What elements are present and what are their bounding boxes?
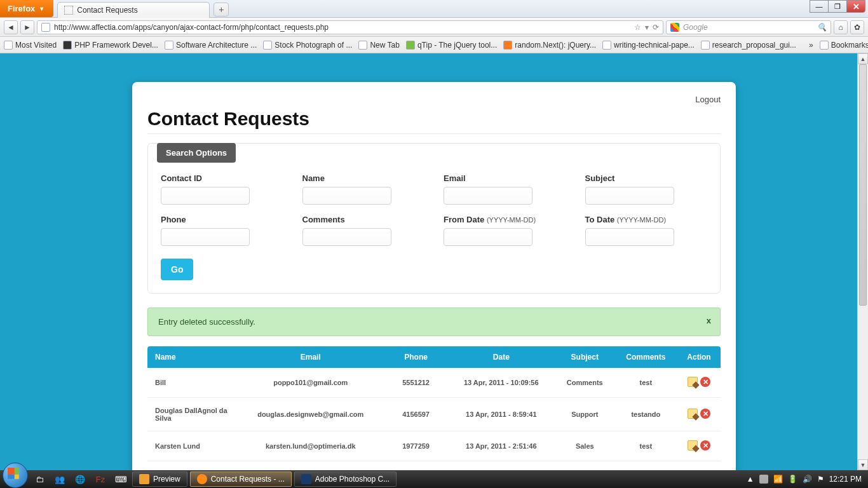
back-button[interactable]: ◄: [4, 20, 18, 34]
tray-overflow-icon[interactable]: ▲: [747, 475, 754, 484]
cell-email: poppo101@gmail.com: [236, 368, 384, 398]
bookmark-item[interactable]: PHP Framework Devel...: [63, 41, 158, 50]
col-name[interactable]: Name: [147, 346, 236, 368]
battery-icon[interactable]: 🔋: [788, 475, 797, 484]
alert-close-button[interactable]: x: [707, 316, 711, 325]
input-contact-id[interactable]: [161, 187, 250, 205]
clock[interactable]: 12:21 PM: [829, 475, 862, 484]
bookmark-icon: [701, 41, 710, 50]
cell-name: asdfgh: [147, 461, 236, 471]
star-icon[interactable]: ☆: [634, 23, 641, 32]
divider: [147, 133, 721, 134]
app-icon: [301, 474, 311, 484]
bookmark-item[interactable]: qTip - The jQuery tool...: [406, 41, 497, 50]
edit-icon[interactable]: [688, 409, 698, 419]
cell-comments: testando: [614, 398, 677, 431]
new-tab-button[interactable]: +: [214, 3, 229, 17]
volume-icon[interactable]: 🔊: [803, 475, 812, 484]
delete-icon[interactable]: ✕: [700, 440, 710, 451]
input-subject[interactable]: [585, 187, 674, 205]
input-phone[interactable]: [161, 228, 250, 246]
label-email: Email: [444, 173, 566, 183]
delete-icon[interactable]: ✕: [700, 409, 710, 419]
input-to-date[interactable]: [585, 228, 674, 246]
browser-tab[interactable]: Contact Requests: [57, 2, 210, 18]
search-box[interactable]: Google 🔍: [666, 20, 831, 34]
bookmarks-menu[interactable]: Bookmarks: [820, 41, 868, 50]
col-comments[interactable]: Comments: [614, 346, 677, 368]
start-button[interactable]: [3, 463, 28, 488]
bookmark-item[interactable]: New Tab: [358, 41, 399, 50]
input-comments[interactable]: [302, 228, 391, 246]
col-phone[interactable]: Phone: [384, 346, 447, 368]
col-date[interactable]: Date: [447, 346, 555, 368]
cell-name: Karsten Lund: [147, 431, 236, 461]
bookmark-label: Stock Photograph of ...: [275, 41, 352, 50]
col-subject[interactable]: Subject: [555, 346, 614, 368]
bookmarks-overflow[interactable]: »: [809, 41, 813, 50]
label-subject: Subject: [585, 173, 708, 183]
taskbar-pin[interactable]: ⌨: [112, 472, 130, 486]
firefox-menu-button[interactable]: Firefox ▼: [0, 0, 53, 17]
bookmark-item[interactable]: random.Next(): jQuery...: [503, 41, 596, 50]
col-email[interactable]: Email: [236, 346, 384, 368]
cell-date: 13 Apr, 2011 - 10:09:56: [447, 368, 555, 398]
taskbar-app-photoshop[interactable]: Adobe Photoshop C...: [294, 471, 397, 487]
cell-email: karsten.lund@optimeria.dk: [236, 431, 384, 461]
bookmark-item[interactable]: research_proposal_gui...: [701, 41, 796, 50]
delete-icon[interactable]: ✕: [700, 377, 710, 387]
cell-comments: asdfgh: [614, 461, 677, 471]
network-icon[interactable]: 📶: [773, 475, 783, 484]
flag-icon[interactable]: ⚑: [817, 475, 824, 484]
edit-icon[interactable]: [688, 440, 698, 451]
cell-phone: 5551212: [384, 368, 447, 398]
table-row: Billpoppo101@gmail.com555121213 Apr, 201…: [147, 368, 721, 398]
bookmark-item[interactable]: Stock Photograph of ...: [263, 41, 352, 50]
bookmark-item[interactable]: writing-technical-pape...: [602, 41, 695, 50]
cell-action: ✕: [677, 431, 721, 461]
input-from-date[interactable]: [444, 228, 532, 246]
cell-subject: Comments: [555, 461, 614, 471]
taskbar-pin-explorer[interactable]: 🗀: [31, 472, 48, 486]
minimize-button[interactable]: —: [810, 0, 829, 13]
dropdown-icon[interactable]: ▾: [645, 23, 649, 32]
edit-icon[interactable]: [688, 377, 698, 387]
taskbar-app-preview[interactable]: Preview: [132, 471, 187, 487]
bookmark-label: qTip - The jQuery tool...: [417, 41, 497, 50]
search-icon[interactable]: 🔍: [817, 23, 827, 32]
bookmark-item[interactable]: Software Architecture ...: [165, 41, 257, 50]
col-action: Action: [677, 346, 721, 368]
taskbar-app-label: Contact Requests - ...: [211, 475, 285, 484]
window-controls: — ❐ ✕: [810, 0, 865, 13]
taskbar-pin[interactable]: Fz: [92, 472, 109, 486]
taskbar-pin[interactable]: 👥: [51, 472, 69, 486]
bookmark-label: random.Next(): jQuery...: [515, 41, 596, 50]
input-email[interactable]: [444, 187, 532, 205]
cell-email: douglas.designweb@gmail.com: [236, 398, 384, 431]
google-icon: [670, 23, 679, 32]
bookmark-most-visited[interactable]: Most Visited: [4, 41, 57, 50]
addons-button[interactable]: ✿: [850, 20, 864, 34]
cell-action: ✕: [677, 398, 721, 431]
scroll-down-icon[interactable]: ▼: [858, 459, 868, 470]
taskbar-pin[interactable]: 🌐: [71, 472, 89, 486]
home-button[interactable]: ⌂: [834, 20, 848, 34]
input-name[interactable]: [302, 187, 391, 205]
alert-text: Entry deleted successfully.: [158, 317, 255, 327]
scroll-up-icon[interactable]: ▲: [858, 53, 868, 64]
maximize-button[interactable]: ❐: [828, 0, 847, 13]
scroll-thumb[interactable]: [859, 64, 867, 306]
label-from-date: From Date (YYYY-MM-DD): [444, 215, 566, 224]
close-button[interactable]: ✕: [846, 0, 865, 13]
taskbar-app-firefox[interactable]: Contact Requests - ...: [190, 471, 292, 487]
label-comments: Comments: [302, 215, 425, 224]
logout-link[interactable]: Logout: [695, 95, 721, 104]
tray-icon[interactable]: [759, 475, 768, 484]
address-bar[interactable]: http://www.affectia.com/apps/canyon/ajax…: [37, 20, 663, 34]
content-panel: Logout Contact Requests Search Options C…: [132, 82, 736, 470]
forward-button[interactable]: ►: [20, 20, 34, 34]
search-placeholder: Google: [683, 23, 708, 32]
go-button[interactable]: Go: [161, 259, 193, 280]
reload-icon[interactable]: ⟳: [653, 23, 659, 32]
vertical-scrollbar[interactable]: ▲ ▼: [857, 53, 868, 470]
